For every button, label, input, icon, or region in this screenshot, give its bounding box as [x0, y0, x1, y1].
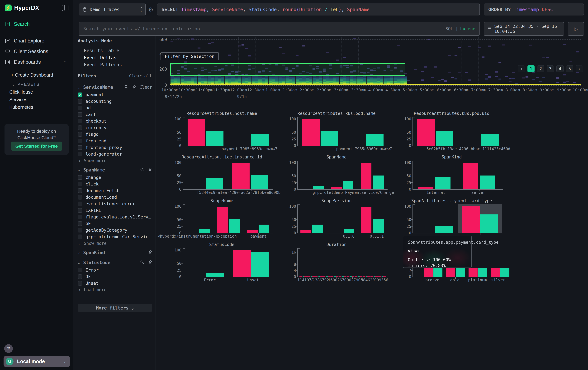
show-more-button[interactable]: ›Show more: [78, 157, 152, 164]
filter-option-flagd[interactable]: flagd: [78, 131, 152, 138]
chevron-down-icon[interactable]: ⌄: [78, 85, 83, 90]
filter-group-header-servicename[interactable]: ⌄ServiceNameClear: [78, 83, 152, 91]
filter-option-ad[interactable]: ad: [78, 105, 152, 111]
heatmap-plot[interactable]: [170, 37, 581, 85]
lucene-toggle[interactable]: Lucene: [460, 26, 475, 31]
inlier-bar[interactable]: [206, 178, 223, 189]
pin-trigger[interactable]: [148, 260, 152, 265]
checkbox-unchecked[interactable]: [78, 119, 82, 123]
source-select[interactable]: Demo Traces ⌃⌄: [79, 4, 146, 15]
outlier-bar[interactable]: [491, 268, 500, 277]
search-trigger[interactable]: [140, 260, 144, 265]
sql-toggle[interactable]: SQL: [445, 26, 453, 31]
inlier-bar[interactable]: [480, 214, 498, 233]
page-button-3[interactable]: 3: [547, 65, 554, 72]
inlier-bar[interactable]: [259, 225, 269, 233]
checkbox-unchecked[interactable]: [78, 268, 82, 272]
sidebar-collapse-icon[interactable]: [62, 5, 68, 11]
get-started-button[interactable]: Get Started for Free: [11, 141, 62, 151]
outlier-bar[interactable]: [188, 119, 205, 146]
checkbox-unchecked[interactable]: [78, 195, 82, 200]
inlier-bar[interactable]: [344, 230, 354, 233]
inlier-bar[interactable]: [343, 181, 353, 189]
outlier-bar[interactable]: [232, 163, 250, 189]
inlier-bar[interactable]: [206, 131, 223, 146]
sidebar-item-chart-explorer[interactable]: Chart Explorer: [5, 37, 68, 44]
outlier-bar[interactable]: [247, 230, 258, 233]
language-toggle[interactable]: SQL | Lucene: [445, 26, 475, 31]
filter-option-documentfetch[interactable]: documentFetch: [78, 187, 152, 194]
chevron-down-icon[interactable]: ⌄: [78, 168, 83, 172]
mode-event-deltas[interactable]: Event Deltas: [78, 54, 152, 61]
chevron-right-icon[interactable]: ›: [78, 250, 83, 255]
search-trigger[interactable]: [124, 85, 129, 90]
checkbox-unchecked[interactable]: [78, 221, 82, 226]
outlier-bar[interactable]: [331, 187, 342, 189]
chevron-down-icon[interactable]: ⌄: [78, 260, 83, 265]
inlier-bar[interactable]: [373, 176, 384, 189]
inlier-bar[interactable]: [433, 268, 442, 277]
preset-clickhouse[interactable]: ClickHouse: [9, 90, 33, 95]
inlier-bar[interactable]: [456, 268, 465, 277]
filter-option-grpc-oteldemo-cartservic-[interactable]: grpc.oteldemo.CartServic…: [78, 233, 152, 240]
inlier-bar[interactable]: [321, 131, 338, 146]
checkbox-unchecked[interactable]: [78, 235, 82, 239]
checkbox-unchecked[interactable]: [78, 215, 82, 219]
presets-toggle[interactable]: ⌄PRESETS: [11, 81, 40, 87]
run-query-button[interactable]: ▷: [568, 22, 584, 36]
filter-option-eventlistener-error[interactable]: eventListener.error: [78, 200, 152, 207]
outlier-bar[interactable]: [469, 268, 478, 277]
outlier-bar[interactable]: [361, 207, 371, 233]
inlier-bar[interactable]: [436, 131, 453, 146]
outlier-bar[interactable]: [417, 119, 435, 146]
more-filters-button[interactable]: More filters ⌄: [78, 304, 152, 312]
sql-select-editor[interactable]: SELECT Timestamp, ServiceName, StatusCod…: [157, 4, 480, 15]
inlier-bar[interactable]: [251, 252, 269, 277]
checkbox-unchecked[interactable]: [78, 175, 82, 180]
sidebar-item-dashboards[interactable]: Dashboards⌃: [5, 59, 68, 66]
inlier-bar[interactable]: [229, 219, 240, 233]
checkbox-unchecked[interactable]: [78, 281, 82, 286]
heatmap-selection[interactable]: [170, 63, 405, 76]
checkbox-unchecked[interactable]: [78, 99, 82, 104]
search-input[interactable]: [83, 26, 445, 31]
checkbox-unchecked[interactable]: [78, 152, 82, 156]
checkbox-unchecked[interactable]: [78, 125, 82, 130]
checkbox-checked[interactable]: ✓: [78, 92, 82, 97]
outlier-bar[interactable]: [463, 163, 478, 189]
filter-option-documentload[interactable]: documentLoad: [78, 194, 152, 200]
checkbox-unchecked[interactable]: [78, 139, 82, 143]
page-next-button[interactable]: ›: [576, 65, 583, 72]
inlier-bar[interactable]: [478, 268, 487, 277]
inlier-bar[interactable]: [373, 219, 384, 233]
outlier-bar[interactable]: [233, 250, 251, 277]
inlier-bar[interactable]: [313, 186, 324, 189]
outlier-bar[interactable]: [361, 163, 371, 189]
inlier-bar[interactable]: [500, 268, 509, 277]
mode-event-patterns[interactable]: Event Patterns: [78, 61, 152, 68]
page-button-1[interactable]: 1: [527, 65, 535, 72]
outlier-bar[interactable]: [424, 268, 433, 277]
inlier-bar[interactable]: [366, 134, 384, 146]
preset-services[interactable]: Services: [9, 97, 27, 102]
filter-option-load-generator[interactable]: load-generator: [78, 151, 152, 157]
filter-by-selection-button[interactable]: Filter by Selection: [160, 52, 219, 60]
preset-kubernetes[interactable]: Kubernetes: [9, 105, 33, 110]
filter-option-get[interactable]: GET: [78, 220, 152, 227]
inlier-bar[interactable]: [251, 175, 268, 189]
local-mode-button[interactable]: U Local mode ›: [4, 356, 70, 367]
checkbox-unchecked[interactable]: [78, 112, 82, 117]
checkbox-unchecked[interactable]: [78, 228, 82, 232]
filter-group-header-spankind[interactable]: ›SpanKind: [78, 248, 152, 257]
filter-option-payment[interactable]: ✓payment: [78, 91, 152, 98]
sidebar-item-search[interactable]: Search: [5, 20, 68, 28]
filter-option-click[interactable]: click: [78, 181, 152, 187]
page-prev-button[interactable]: ‹: [518, 65, 525, 72]
pin-trigger[interactable]: [132, 85, 136, 90]
filter-option-error[interactable]: Error: [78, 267, 152, 273]
mode-results-table[interactable]: Results Table: [78, 47, 152, 54]
filter-option-currency[interactable]: currency: [78, 124, 152, 131]
filter-group-header-spanname[interactable]: ⌄SpanName: [78, 166, 152, 174]
create-dashboard-item[interactable]: + Create Dashboard: [11, 72, 53, 78]
filter-option-checkout[interactable]: checkout: [78, 118, 152, 124]
